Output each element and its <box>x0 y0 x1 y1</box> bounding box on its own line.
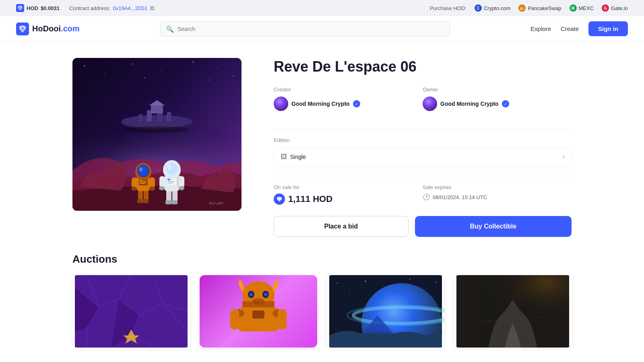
action-buttons: Place a bid Buy Collectible <box>274 216 572 237</box>
edition-chevron-button[interactable]: › <box>562 152 565 161</box>
crypto-com-link[interactable]: C Crypto.com <box>475 4 510 12</box>
crypto-com-label: Crypto.com <box>484 5 510 11</box>
svg-rect-47 <box>167 183 173 183</box>
svg-point-77 <box>264 292 268 296</box>
contract-address-display: Contract address: 0x19A4...2D51 ⧉ <box>69 5 154 12</box>
svg-point-54 <box>166 163 178 175</box>
pancakeswap-link[interactable]: 🥞 PancakeSwap <box>518 4 561 12</box>
site-logo[interactable]: HoDooi.com <box>16 23 80 35</box>
copy-icon[interactable]: ⧉ <box>150 5 154 12</box>
edition-text: Single <box>290 154 306 160</box>
owner-label: Owner <box>423 86 572 93</box>
hod-price-icon <box>274 193 285 205</box>
search-icon: 🔍 <box>166 25 174 33</box>
sale-grid: On sale for 1,111 HOD Sale expires 🕐 08/… <box>274 184 572 205</box>
on-sale-label: On sale for <box>274 184 423 190</box>
creator-verified-badge: ✓ <box>353 100 360 107</box>
purchase-label: Purchase HOD: <box>430 5 466 11</box>
svg-rect-40 <box>165 200 171 204</box>
svg-rect-30 <box>132 177 137 188</box>
create-link[interactable]: Create <box>561 25 579 32</box>
svg-point-86 <box>337 283 338 284</box>
top-bar-right: Purchase HOD: C Crypto.com 🥞 PancakeSwap… <box>430 4 628 12</box>
on-sale-section: On sale for 1,111 HOD <box>274 184 423 205</box>
sale-expires-section: Sale expires 🕐 08/01/2024, 15:14 UTC <box>423 184 572 205</box>
svg-rect-39 <box>172 190 178 202</box>
auction-thumb-3 <box>327 275 444 348</box>
crypto-com-icon: C <box>475 4 482 12</box>
auction-card-2[interactable] <box>200 275 317 348</box>
svg-rect-23 <box>137 199 143 203</box>
svg-rect-19 <box>168 113 171 121</box>
expiry-date: 08/01/2024, 15:14 UTC <box>433 194 487 200</box>
owner-avatar <box>423 97 437 111</box>
svg-rect-31 <box>149 177 155 188</box>
svg-rect-18 <box>139 114 142 121</box>
auction-card-1[interactable] <box>72 275 190 348</box>
main-content: PLT ART Reve De L'espace 06 Creator Good… <box>56 42 588 237</box>
gate-io-icon: G <box>602 4 609 12</box>
svg-point-91 <box>425 289 426 290</box>
svg-rect-82 <box>230 309 239 329</box>
mexc-link[interactable]: M MEXC <box>570 4 594 12</box>
clock-icon: 🕐 <box>423 193 430 201</box>
gate-io-link[interactable]: G Gate.io <box>602 4 628 12</box>
svg-point-33 <box>149 187 155 191</box>
divider-2 <box>274 176 572 176</box>
hod-price-value: $0.0031 <box>41 5 60 11</box>
creator-label: Creator <box>274 86 423 93</box>
nav-actions: Explore Create Sign in <box>530 21 628 36</box>
contract-addr-value: 0x19A4...2D51 <box>113 5 148 11</box>
auctions-title: Auctions <box>72 253 572 265</box>
place-bid-button[interactable]: Place a bid <box>274 216 409 237</box>
auction-card-4[interactable] <box>454 275 572 348</box>
svg-point-10 <box>209 80 210 80</box>
expire-row: 🕐 08/01/2024, 15:14 UTC <box>423 193 572 201</box>
edition-inner: 🖼 Single <box>281 153 306 160</box>
top-bar-left: HOD $0.0031 Contract address: 0x19A4...2… <box>16 4 154 12</box>
svg-point-32 <box>131 187 137 191</box>
auction-card-3[interactable] <box>327 275 444 348</box>
svg-rect-29 <box>140 183 145 184</box>
creator-section: Creator Good Morning Crypto ✓ <box>274 86 423 119</box>
svg-point-20 <box>125 126 189 133</box>
svg-text:PLT ART: PLT ART <box>209 202 224 206</box>
svg-point-9 <box>144 78 145 78</box>
mexc-label: MEXC <box>579 5 594 11</box>
price-row: 1,111 HOD <box>274 193 423 205</box>
buy-collectible-button[interactable]: Buy Collectible <box>415 216 572 237</box>
svg-point-2 <box>104 74 105 74</box>
svg-point-90 <box>409 279 410 280</box>
pancakeswap-icon: 🥞 <box>518 4 526 12</box>
divider-1 <box>274 129 572 129</box>
logo-icon <box>16 23 29 35</box>
owner-row[interactable]: Good Morning Crypto ✓ <box>423 97 572 111</box>
svg-point-37 <box>139 167 142 171</box>
search-bar: 🔍 <box>160 21 450 37</box>
svg-point-55 <box>167 165 171 169</box>
svg-point-87 <box>349 291 350 292</box>
svg-rect-21 <box>138 189 143 201</box>
svg-rect-84 <box>252 311 264 319</box>
creator-row[interactable]: Good Morning Crypto ✓ <box>274 97 423 111</box>
edition-row: 🖼 Single › <box>274 147 572 166</box>
search-input[interactable] <box>160 21 450 37</box>
svg-rect-24 <box>143 199 149 203</box>
explore-link[interactable]: Explore <box>530 25 551 32</box>
top-bar: HOD $0.0031 Contract address: 0x19A4...2… <box>0 0 644 16</box>
pancakeswap-label: PancakeSwap <box>528 5 561 11</box>
svg-rect-28 <box>140 181 147 182</box>
logo-text: HoDooi.com <box>32 24 80 33</box>
svg-rect-41 <box>171 200 178 204</box>
svg-point-6 <box>217 68 218 68</box>
svg-point-50 <box>159 186 165 190</box>
nft-image-wrap: PLT ART <box>72 58 242 211</box>
sign-in-button[interactable]: Sign in <box>588 21 628 36</box>
auction-grid <box>72 275 572 348</box>
edition-section: Edition 🖼 Single › <box>274 137 572 166</box>
creator-avatar-img <box>274 97 288 111</box>
gate-io-label: Gate.io <box>611 5 628 11</box>
svg-point-78 <box>252 298 264 304</box>
svg-rect-17 <box>151 105 163 113</box>
contract-label: Contract address: <box>69 5 111 11</box>
